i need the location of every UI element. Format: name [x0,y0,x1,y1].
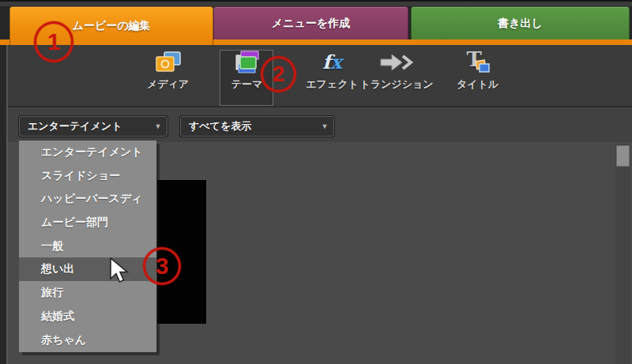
media-icon [154,47,182,77]
effects-icon: fx [322,47,342,77]
category-menu-item[interactable]: 一般 [19,235,156,258]
vertical-scrollbar[interactable] [615,144,630,364]
toolbar-label-media: メディア [147,77,189,92]
category-menu-item[interactable]: 旅行 [19,281,156,305]
panel-left-edge-highlight [6,45,8,364]
annotation-circle-2: 2 [261,56,296,92]
category-dropdown-value: エンターテイメント [20,119,149,133]
category-menu-item[interactable]: エンターテイメント [19,141,156,164]
toolbar-item-media[interactable]: メディア [134,47,201,101]
themes-icon [234,47,261,77]
toolbar-label-effects: エフェクト [306,77,359,92]
toolbar-item-transitions[interactable]: トランジション [353,47,440,101]
category-menu-item[interactable]: ムービー部門 [19,211,156,235]
annotation-circle-3: 3 [143,247,181,285]
category-menu-item-highlighted[interactable]: 想い出 [19,257,156,281]
toolbar-item-titles[interactable]: T タイトル [444,47,511,101]
show-filter-dropdown[interactable]: すべてを表示 ▼ [180,116,334,137]
category-menu-item[interactable]: スライドショー [19,164,156,188]
show-filter-dropdown-value: すべてを表示 [181,119,316,133]
category-menu: エンターテイメント スライドショー ハッピーバースディ ムービー部門 一般 想い… [19,141,156,352]
chevron-down-icon: ▼ [149,122,167,130]
titles-icon: T [465,47,491,77]
toolbar-label-titles: タイトル [457,77,498,92]
tab-create-menu[interactable]: メニューを作成 [213,6,408,39]
category-menu-item[interactable]: 赤ちゃん [19,328,156,352]
toolbar-label-themes: テーマ [231,77,263,92]
scrollbar-thumb[interactable] [616,145,630,167]
panel-left-edge [0,45,6,364]
annotation-circle-1: 1 [34,21,73,62]
category-menu-item[interactable]: 結婚式 [19,305,156,328]
toolbar-label-transitions: トランジション [359,77,433,92]
tab-export[interactable]: 書き出し [411,6,630,39]
mouse-cursor-icon [109,257,131,291]
app-window: ムービーの編集 メニューを作成 書き出し メディア テーマ fx [0,0,632,364]
chevron-down-icon: ▼ [316,122,333,130]
category-dropdown[interactable]: エンターテイメント ▼ [19,116,167,137]
transitions-icon [378,47,415,77]
category-menu-item[interactable]: ハッピーバースディ [19,187,156,211]
